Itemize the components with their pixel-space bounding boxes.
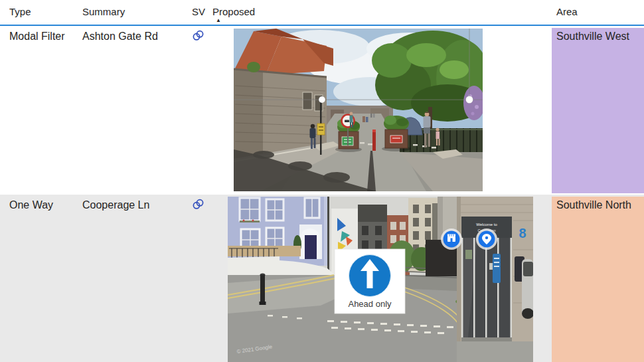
blue-wall-glyph: 8 [519,226,526,240]
shrub [247,62,260,72]
link-icon[interactable] [192,30,204,41]
planter-right [382,116,411,151]
map-pin-icon [476,228,497,250]
shop-sign-line1: Welcome to [476,223,497,226]
table-row-one-way: One Way Cooperage Ln [0,195,644,362]
storefront-icon [441,228,462,250]
proposed-cell [212,26,552,195]
black-bollard [260,274,266,306]
table-row-modal-filter: Modal Filter Ashton Gate Rd [0,26,644,195]
type-cell: One Way [0,195,82,362]
type-cell: Modal Filter [0,26,82,195]
column-header-summary[interactable]: Summary [82,0,192,25]
sv-cell [192,195,212,362]
bollard [372,130,376,151]
column-header-proposed[interactable]: Proposed ▲ [212,0,552,25]
sort-ascending-icon: ▲ [216,17,221,23]
summary-cell: Ashton Gate Rd [82,26,192,195]
column-header-type[interactable]: Type [0,0,82,25]
proposed-cell: Welcome to Coronation 8 [212,195,552,362]
proposed-photo-ashton-gate [234,29,483,191]
parked-car [522,259,533,319]
area-badge: Southville West [552,28,644,193]
column-header-sv[interactable]: SV [192,0,212,25]
area-badge: Southville North [552,197,644,362]
column-header-proposed-label: Proposed [212,6,255,17]
street-view-nav-dot-left [319,96,325,103]
street-view-nav-dot-right [466,96,473,104]
proposed-photo-cooperage-ln: Welcome to Coronation 8 [228,197,533,362]
front-door [305,235,317,259]
table-header: Type Summary SV Proposed ▲ Area [0,0,644,26]
ahead-only-label: Ahead only [348,299,392,309]
column-header-area[interactable]: Area [552,0,644,25]
ahead-only-sign-overlay: Ahead only [335,249,405,314]
sv-cell [192,26,212,195]
link-icon[interactable] [192,199,204,210]
summary-cell: Cooperage Ln [82,195,192,362]
